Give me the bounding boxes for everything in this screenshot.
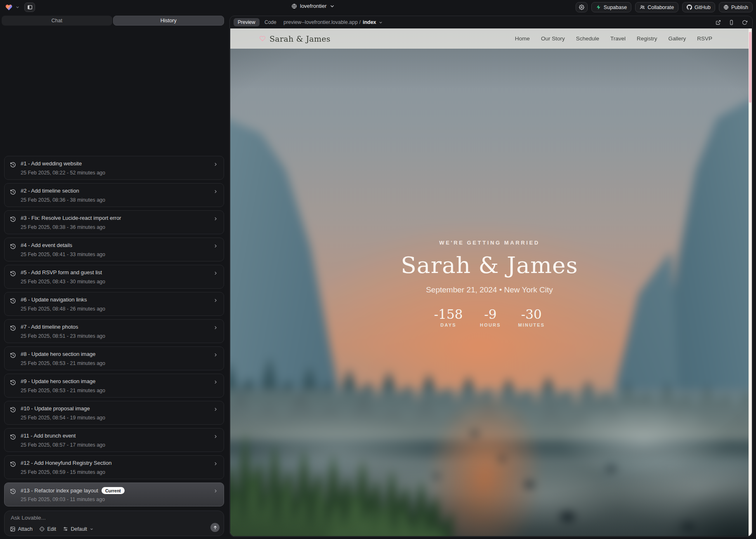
history-item[interactable]: #10 - Update proposal image 25 Feb 2025,… [4, 401, 224, 425]
ask-lovable-input[interactable] [11, 515, 188, 521]
chevron-right-icon [213, 298, 218, 303]
sliders-icon [63, 526, 69, 532]
history-item[interactable]: #12 - Add Honeyfund Registry Section 25 … [4, 455, 224, 479]
site-scrollbar-thumb[interactable] [749, 32, 751, 103]
project-selector[interactable]: lovefrontier [291, 3, 335, 9]
history-item[interactable]: #2 - Add timeline section 25 Feb 2025, 0… [4, 183, 224, 207]
gear-icon [579, 5, 584, 10]
refresh-icon[interactable] [742, 20, 747, 25]
site-nav-link[interactable]: Home [515, 35, 530, 42]
toggle-sidebar-button[interactable] [24, 2, 35, 12]
history-item-title: #9 - Update hero section image [21, 378, 95, 384]
site-scrollbar[interactable] [749, 28, 752, 536]
history-item[interactable]: #6 - Update navigation links 25 Feb 2025… [4, 292, 224, 316]
chevron-right-icon [213, 434, 218, 439]
tab-history[interactable]: History [113, 16, 224, 26]
attach-label: Attach [18, 526, 33, 532]
history-icon [10, 189, 16, 195]
settings-button[interactable] [576, 2, 588, 12]
history-item[interactable]: #8 - Update hero section image 25 Feb 20… [4, 346, 224, 370]
panel-left-icon [27, 5, 33, 10]
site-brand[interactable]: Sarah & James [259, 34, 331, 43]
history-item[interactable]: #3 - Fix: Resolve Lucide-react import er… [4, 210, 224, 234]
arrow-up-icon [213, 525, 217, 530]
history-item-title: #7 - Add timeline photos [21, 324, 78, 330]
history-item[interactable]: #13 - Refactor index page layout Current… [4, 483, 224, 506]
history-icon [10, 352, 16, 358]
history-icon [10, 461, 16, 467]
history-item[interactable]: #11 - Add brunch event 25 Feb 2025, 08:5… [4, 428, 224, 452]
history-item-timestamp: 25 Feb 2025, 08:54 - 19 minutes ago [21, 415, 105, 421]
countdown-label: HOURS [477, 322, 503, 327]
site-nav-link[interactable]: RSVP [697, 35, 712, 42]
tab-preview[interactable]: Preview [234, 18, 260, 26]
chevron-right-icon [213, 352, 218, 358]
site-nav-link[interactable]: Travel [610, 35, 626, 42]
history-icon [10, 271, 16, 277]
open-in-new-tab-icon[interactable] [716, 20, 721, 25]
current-badge: Current [102, 487, 125, 494]
edit-label: Edit [47, 526, 56, 532]
github-button[interactable]: GitHub [682, 2, 715, 12]
history-item-title: #2 - Add timeline section [21, 188, 79, 194]
history-item-title: #4 - Add event details [21, 242, 72, 248]
history-list: #1 - Add wedding website 25 Feb 2025, 08… [4, 156, 224, 506]
mode-chevron-down-icon [90, 527, 94, 531]
hero-section: WE'RE GETTING MARRIED Sarah & James Sept… [230, 240, 749, 327]
supabase-label: Supabase [604, 5, 627, 10]
countdown-value: -30 [518, 307, 545, 322]
history-item-title: #1 - Add wedding website [21, 160, 82, 167]
collaborate-button[interactable]: Collaborate [635, 2, 678, 12]
history-item-timestamp: 25 Feb 2025, 08:38 - 36 minutes ago [21, 224, 105, 230]
site-nav-link[interactable]: Gallery [668, 35, 686, 42]
tab-code[interactable]: Code [261, 18, 280, 26]
history-item[interactable]: #1 - Add wedding website 25 Feb 2025, 08… [4, 156, 224, 180]
attach-button[interactable]: Attach [10, 526, 33, 532]
chevron-right-icon [213, 379, 218, 385]
history-item-timestamp: 25 Feb 2025, 09:03 - 11 minutes ago [21, 497, 105, 502]
project-name: lovefrontier [300, 3, 326, 9]
tab-chat[interactable]: Chat [2, 16, 112, 26]
history-item-title: #6 - Update navigation links [21, 297, 87, 303]
hero-eyebrow: WE'RE GETTING MARRIED [230, 240, 749, 246]
history-item[interactable]: #7 - Add timeline photos 25 Feb 2025, 08… [4, 319, 224, 343]
mobile-view-icon[interactable] [729, 20, 734, 25]
url-chevron-down-icon [378, 20, 383, 25]
logo-chevron-down-icon[interactable] [15, 5, 20, 9]
lovable-logo-heart-icon[interactable] [5, 4, 13, 11]
publish-globe-icon [723, 5, 729, 10]
publish-button[interactable]: Publish [719, 2, 753, 12]
site-brand-name: Sarah & James [269, 34, 331, 43]
mode-selector-button[interactable]: Default [63, 526, 94, 532]
chevron-right-icon [213, 271, 218, 276]
history-icon [10, 379, 16, 386]
history-icon [10, 407, 16, 413]
history-item-timestamp: 25 Feb 2025, 08:51 - 23 minutes ago [21, 333, 105, 339]
chevron-right-icon [213, 216, 218, 221]
site-nav-link[interactable]: Registry [637, 35, 657, 42]
supabase-button[interactable]: Supabase [591, 2, 631, 12]
history-item-title: #8 - Update hero section image [21, 351, 95, 357]
history-item[interactable]: #5 - Add RSVP form and guest list 25 Feb… [4, 265, 224, 289]
site-nav-link[interactable]: Schedule [576, 35, 599, 42]
history-item[interactable]: #9 - Update hero section image 25 Feb 20… [4, 374, 224, 398]
site-nav-link[interactable]: Our Story [541, 35, 565, 42]
history-item-timestamp: 25 Feb 2025, 08:48 - 26 minutes ago [21, 306, 105, 312]
history-icon [10, 243, 16, 249]
preview-url[interactable]: preview--lovefrontier.lovable.app / inde… [284, 18, 383, 26]
topbar: lovefrontier Supabase Collaborate GitHub… [0, 0, 756, 15]
history-item-timestamp: 25 Feb 2025, 08:43 - 30 minutes ago [21, 279, 105, 285]
chevron-right-icon [213, 162, 218, 167]
users-icon [640, 5, 645, 10]
history-item-timestamp: 25 Feb 2025, 08:36 - 38 minutes ago [21, 197, 105, 203]
history-item[interactable]: #4 - Add event details 25 Feb 2025, 08:4… [4, 238, 224, 261]
edit-mode-button[interactable]: Edit [39, 526, 56, 532]
history-item-timestamp: 25 Feb 2025, 08:57 - 17 minutes ago [21, 442, 105, 448]
attach-image-icon [10, 526, 16, 532]
url-prefix: preview--lovefrontier.lovable.app / [284, 19, 361, 25]
history-item-timestamp: 25 Feb 2025, 08:53 - 21 minutes ago [21, 360, 105, 366]
website-preview: Sarah & James HomeOur StoryScheduleTrave… [230, 28, 752, 536]
preview-panel: Preview Code preview--lovefrontier.lovab… [229, 16, 753, 537]
site-nav-links: HomeOur StoryScheduleTravelRegistryGalle… [515, 35, 712, 42]
send-button[interactable] [210, 523, 220, 532]
